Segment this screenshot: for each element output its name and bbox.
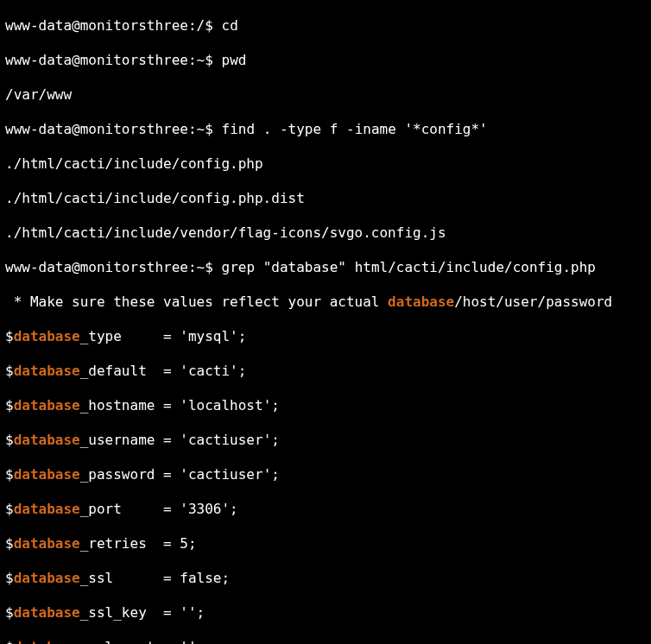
grep-match: database bbox=[14, 397, 80, 414]
grep-line: $database_default = 'cacti'; bbox=[5, 363, 646, 380]
grep-match: database bbox=[14, 328, 80, 344]
prompt: www-data@monitorsthree:~$ bbox=[5, 259, 222, 275]
prompt: www-data@monitorsthree:~$ bbox=[5, 121, 222, 137]
grep-match: database bbox=[14, 466, 80, 483]
grep-match: database bbox=[14, 604, 80, 621]
prompt-line: www-data@monitorsthree:~$ grep "database… bbox=[5, 259, 646, 276]
grep-match: database bbox=[14, 535, 80, 552]
grep-line: $database_hostname = 'localhost'; bbox=[5, 397, 646, 414]
prompt-line: www-data@monitorsthree:/$ cd bbox=[5, 17, 646, 35]
grep-match: database bbox=[14, 501, 80, 517]
output-line: ./html/cacti/include/config.php bbox=[5, 155, 646, 173]
grep-line: $database_port = '3306'; bbox=[5, 501, 646, 518]
command: grep "database" html/cacti/include/confi… bbox=[222, 259, 596, 275]
grep-line: $database_ssl_cert = ''; bbox=[5, 639, 646, 644]
prompt-line: www-data@monitorsthree:~$ find . -type f… bbox=[5, 121, 646, 138]
grep-line: $database_username = 'cactiuser'; bbox=[5, 432, 646, 449]
grep-match: database bbox=[14, 639, 80, 644]
grep-line: $database_ssl = false; bbox=[5, 570, 646, 587]
prompt-line: www-data@monitorsthree:~$ pwd bbox=[5, 52, 646, 69]
grep-match: database bbox=[388, 294, 454, 310]
grep-line: $database_retries = 5; bbox=[5, 535, 646, 552]
grep-match: database bbox=[14, 432, 80, 448]
output-line: ./html/cacti/include/vendor/flag-icons/s… bbox=[5, 224, 646, 242]
output-line: ./html/cacti/include/config.php.dist bbox=[5, 190, 646, 207]
prompt: www-data@monitorsthree:/$ bbox=[5, 17, 222, 34]
prompt: www-data@monitorsthree:~$ bbox=[5, 52, 222, 68]
command: cd bbox=[222, 17, 238, 34]
command: find . -type f -iname '*config*' bbox=[222, 121, 488, 137]
grep-line: * Make sure these values reflect your ac… bbox=[5, 294, 646, 311]
grep-line: $database_type = 'mysql'; bbox=[5, 328, 646, 345]
output-line: /var/www bbox=[5, 86, 646, 104]
grep-line: $database_ssl_key = ''; bbox=[5, 604, 646, 622]
grep-match: database bbox=[14, 570, 80, 586]
terminal-output[interactable]: www-data@monitorsthree:/$ cd www-data@mo… bbox=[0, 0, 651, 644]
command: pwd bbox=[222, 52, 247, 68]
grep-match: database bbox=[14, 363, 80, 379]
grep-line: $database_password = 'cactiuser'; bbox=[5, 466, 646, 483]
